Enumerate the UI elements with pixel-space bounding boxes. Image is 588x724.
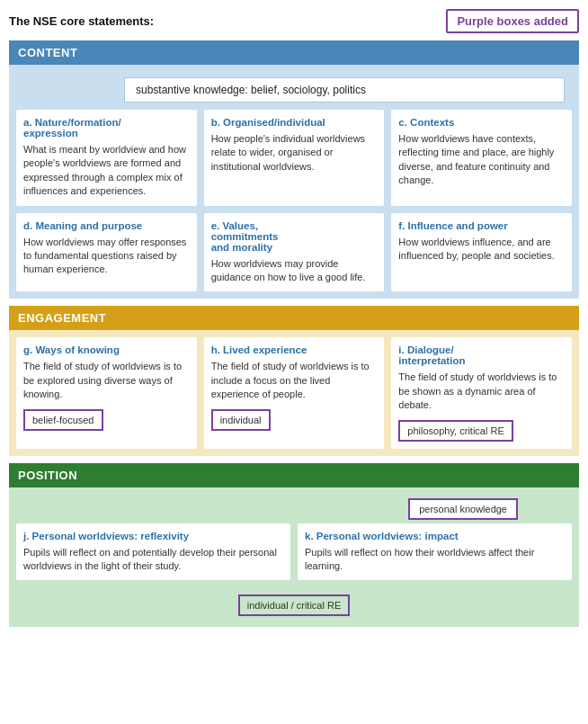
card-h-text: The field of study of worldviews is to i… <box>211 360 378 401</box>
card-b-text: How people's individual worldviews relat… <box>211 132 378 174</box>
card-k-text: Pupils will reflect on how their worldvi… <box>305 546 565 574</box>
card-k-title: k. Personal worldviews: impact <box>305 531 565 541</box>
card-i: i. Dialogue/interpretation The field of … <box>391 337 572 448</box>
content-header: CONTENT <box>9 40 579 65</box>
position-bottom-box: individual / critical RE <box>238 594 351 616</box>
engagement-section: ENGAGEMENT g. Ways of knowing The field … <box>9 306 579 455</box>
position-grid: j. Personal worldviews: reflexivity Pupi… <box>9 523 579 588</box>
card-g-title: g. Ways of knowing <box>23 344 190 355</box>
page-header: The NSE core statements: Purple boxes ad… <box>9 9 579 33</box>
content-grid-row1: a. Nature/formation/expression What is m… <box>9 110 579 213</box>
card-c: c. Contexts How worldviews have contexts… <box>391 110 572 206</box>
card-a-title: a. Nature/formation/expression <box>23 117 190 139</box>
card-a: a. Nature/formation/expression What is m… <box>16 110 197 206</box>
card-d: d. Meaning and purpose How worldviews ma… <box>16 213 197 292</box>
content-section: CONTENT substantive knowledge: belief, s… <box>9 40 579 299</box>
card-f-text: How worldviews influence, and are influe… <box>398 236 565 264</box>
engagement-header: ENGAGEMENT <box>9 306 579 330</box>
card-a-text: What is meant by worldview and how peopl… <box>23 143 190 199</box>
content-grid-row2: d. Meaning and purpose How worldviews ma… <box>9 213 579 299</box>
card-e-text: How worldviews may provide guidance on h… <box>211 257 378 285</box>
card-b: b. Organised/individual How people's ind… <box>204 110 385 206</box>
purple-boxes-badge: Purple boxes added <box>446 9 579 33</box>
card-k: k. Personal worldviews: impact Pupils wi… <box>298 523 572 581</box>
position-header: POSITION <box>9 463 579 487</box>
page-title: The NSE core statements: <box>9 14 154 28</box>
card-g-purple-box: belief-focused <box>23 409 103 431</box>
card-d-text: How worldviews may offer responses to fu… <box>23 236 190 277</box>
position-section: POSITION personal knowledge j. Personal … <box>9 463 579 628</box>
card-g-text: The field of study of worldviews is to b… <box>23 360 190 401</box>
card-f: f. Influence and power How worldviews in… <box>391 213 572 292</box>
card-i-title: i. Dialogue/interpretation <box>398 344 565 366</box>
card-h: h. Lived experience The field of study o… <box>204 337 385 448</box>
card-j: j. Personal worldviews: reflexivity Pupi… <box>16 523 290 581</box>
engagement-grid: g. Ways of knowing The field of study of… <box>9 330 579 455</box>
card-i-purple-box: philosophy, critical RE <box>398 420 512 442</box>
card-h-title: h. Lived experience <box>211 344 378 355</box>
content-subheader: substantive knowledge: belief, sociology… <box>124 77 565 103</box>
card-h-purple-box: individual <box>211 409 271 431</box>
card-f-title: f. Influence and power <box>398 220 565 231</box>
card-c-title: c. Contexts <box>398 117 565 128</box>
card-j-title: j. Personal worldviews: reflexivity <box>23 531 283 541</box>
card-c-text: How worldviews have contexts, reflecting… <box>398 132 565 188</box>
card-e-title: e. Values,commitmentsand morality <box>211 220 378 253</box>
position-subheader-row: personal knowledge <box>9 487 579 523</box>
card-g: g. Ways of knowing The field of study of… <box>16 337 197 448</box>
card-d-title: d. Meaning and purpose <box>23 220 190 231</box>
card-j-text: Pupils will reflect on and potentially d… <box>23 546 283 574</box>
position-subheader-box: personal knowledge <box>408 498 518 520</box>
card-b-title: b. Organised/individual <box>211 117 378 128</box>
card-e: e. Values,commitmentsand morality How wo… <box>204 213 385 292</box>
card-i-text: The field of study of worldviews is to b… <box>398 371 565 412</box>
